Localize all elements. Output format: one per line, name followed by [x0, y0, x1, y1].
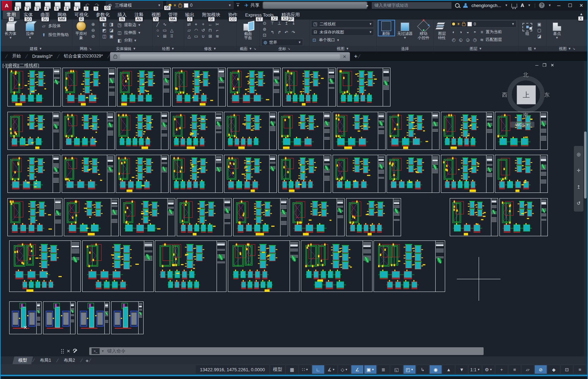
isodraft-toggle[interactable]: ◇▼ — [338, 365, 350, 374]
layer-tool-icon-1[interactable]: ◑ — [457, 29, 464, 35]
annotation-visibility-toggle[interactable]: ◉ — [430, 365, 442, 374]
mesh-icon-2[interactable]: ⊘ — [90, 33, 96, 39]
solid-edit-icon-3[interactable]: ◪ — [108, 27, 115, 33]
panel-label-selection[interactable]: 选择 — [377, 46, 433, 51]
snap-mode-toggle[interactable]: ∷▼ — [299, 365, 311, 374]
ribbon-tab-in[interactable]: 插入IN — [114, 11, 131, 19]
viewcube-south[interactable]: 南 — [523, 112, 528, 118]
draw-icon-3[interactable]: ○ — [154, 27, 161, 33]
chevron-down-icon[interactable]: ▼ — [548, 4, 551, 7]
viewport-config-button[interactable]: ⊡ 单个视口▼ — [311, 37, 340, 43]
navbar-tool-icon-1[interactable]: ✛ — [577, 168, 581, 173]
box-button[interactable]: 长方体▼ — [2, 20, 19, 39]
group-button[interactable]: 组 — [520, 20, 534, 36]
extrude-faces-button[interactable]: ◫ 拉伸面▼ — [116, 29, 141, 36]
qat-button-1[interactable]: 1 — [14, 1, 22, 10]
coord-icon-1[interactable]: ⊥ — [276, 20, 283, 26]
solid-edit-icon-4[interactable]: ◫ — [101, 33, 108, 39]
file-tab-window-file[interactable]: 铝合金窗20230329* — [60, 51, 107, 61]
modify-icon-2[interactable]: + — [200, 22, 206, 27]
tab-model[interactable]: 模型 — [12, 356, 33, 364]
culling-button[interactable]: 剔除 — [378, 20, 394, 36]
search-input[interactable]: 键入关键字或短语 — [372, 2, 451, 9]
panel-label-view[interactable]: 视图▼ — [309, 46, 376, 51]
coord-icon-0[interactable]: ⊤ — [269, 20, 275, 26]
extract-edges-button[interactable]: ◳ 提取边▼ — [116, 22, 141, 28]
annotation-icon-toggle[interactable]: ▼ — [456, 365, 468, 374]
qat-button-4[interactable]: 4 — [44, 1, 51, 10]
qat-button-3[interactable]: 3 — [34, 1, 42, 10]
section-plane-button[interactable]: 截面平面 — [239, 20, 257, 40]
modify-icon-5[interactable]: ▱ — [186, 27, 192, 33]
panel-label-section[interactable]: 截面▼↘ — [237, 46, 259, 51]
solid-edit-icon-5[interactable]: ▣ — [108, 33, 115, 39]
solid-edit-icon-2[interactable]: ◩ — [101, 27, 108, 33]
modify-icon-4[interactable]: ✂ — [214, 22, 220, 27]
maximize-button[interactable]: ☐ — [566, 3, 574, 8]
file-tab-start[interactable]: 开始 — [8, 51, 25, 61]
customize-wrench-icon[interactable] — [73, 349, 78, 354]
share-button[interactable]: ✈ 共享 — [244, 2, 260, 8]
ribbon-tab-so[interactable]: 实体SO — [20, 11, 37, 19]
viewcube-top-face[interactable]: 上 — [517, 85, 536, 104]
panel-label-mesh[interactable]: 网格↘ — [72, 46, 99, 51]
coord-icon-6[interactable]: ↶ — [283, 30, 290, 35]
app-store-cart-icon[interactable] — [511, 4, 517, 7]
fullscreen-toggle[interactable]: ⊡ — [561, 365, 573, 374]
panel-label-view2[interactable]: 视图▼↘ — [546, 46, 588, 51]
annotation-autoscale-toggle[interactable]: ▲ — [443, 365, 455, 374]
layer-tool-icon-4[interactable]: ≡ — [479, 29, 485, 35]
file-tab-active-redacted[interactable]: ✕ — [110, 52, 350, 61]
workspace-dropdown[interactable]: ⚙ 三维建模 ▼ 09 — [106, 1, 163, 9]
panel-label-modeling[interactable]: 建模▼ — [0, 46, 72, 51]
command-line[interactable]: >_ ▼ 键入命令 — [89, 347, 484, 355]
help-icon[interactable]: ? — [539, 2, 545, 8]
panel-label-coordinates[interactable]: 坐标↘ — [260, 46, 309, 51]
quick-properties-toggle[interactable]: ≡ — [509, 365, 521, 374]
ribbon-tab-o[interactable]: 输出O — [181, 11, 198, 19]
selection-filter-button[interactable]: 无过滤器▼ — [396, 20, 414, 39]
draw-icon-5[interactable]: △ — [169, 27, 175, 33]
drawing-minimize-button[interactable]: ─ — [535, 63, 539, 68]
dynamic-ucs-toggle[interactable]: ↳ — [417, 365, 429, 374]
modify-icon-13[interactable]: ⊞ — [207, 33, 213, 39]
draw-icon-4[interactable]: ▭ — [162, 27, 168, 33]
modify-icon-12[interactable]: ∪ — [200, 33, 206, 39]
3d-object-snap-toggle[interactable]: ◰▼ — [404, 365, 416, 374]
customization-toggle[interactable]: ≡ — [574, 365, 586, 374]
transparency-toggle[interactable]: ◱ — [390, 365, 402, 374]
modify-icon-6[interactable]: ◠ — [193, 27, 199, 33]
lineweight-toggle[interactable]: ≣ — [377, 365, 389, 374]
command-close-icon[interactable]: ✕ — [67, 349, 70, 354]
saved-view-dropdown[interactable]: ⊟ 未保存的视图 ▼ — [311, 29, 374, 36]
coord-left-icon-1[interactable]: ⊚ — [261, 26, 268, 32]
modify-icon-11[interactable]: ▭ — [193, 33, 199, 39]
group-icon-2[interactable]: ◪ — [536, 33, 542, 39]
polysolid-button[interactable]: ▱ 多段体 — [41, 23, 69, 29]
qat-button-6[interactable]: 6 — [63, 1, 71, 10]
graphics-performance-toggle[interactable]: ◆ — [548, 365, 560, 374]
solid-edit-icon-0[interactable]: ◧ — [101, 22, 108, 27]
ribbon-tab-vi[interactable]: 视图VI — [147, 11, 164, 19]
panel-label-group[interactable]: 组▼ — [519, 46, 546, 51]
group-icon-0[interactable]: ▣ — [536, 22, 542, 27]
ribbon-tab-su[interactable]: 曲面SU — [37, 11, 54, 19]
layer-tool2-icon-4[interactable]: ≋ — [479, 37, 485, 43]
minimize-button[interactable]: ─ — [555, 3, 563, 8]
ribbon-tab-co[interactable]: 协作CO — [224, 11, 241, 19]
new-tab-button[interactable]: + — [354, 53, 358, 60]
object-snap-toggle[interactable]: ▣▼ — [364, 365, 376, 374]
user-name[interactable]: chenglongch... — [471, 3, 501, 8]
smooth-object-button[interactable]: 平滑对象 — [74, 20, 88, 40]
draw-icon-7[interactable]: ⊞ — [162, 33, 168, 39]
layer-tool2-icon-1[interactable]: ◵ — [457, 37, 464, 43]
navbar-tool-icon-2[interactable]: ↥ — [577, 184, 581, 190]
ribbon-tab-gi[interactable]: 附加模块GI — [198, 11, 224, 19]
coord-left-icon-2[interactable]: ⊡ — [261, 32, 268, 38]
coord-icon-7[interactable]: ↷ — [290, 30, 297, 35]
viewport-controls[interactable]: [-][俯视][二维线框] — [2, 62, 39, 69]
viewcube-north[interactable]: 北 — [523, 72, 528, 78]
ucs-world-dropdown[interactable]: ◍ 世界 ▼ — [261, 39, 303, 46]
drawing-restore-button[interactable]: ❐ — [542, 63, 546, 68]
file-tab-drawing3[interactable]: Drawing3* — [28, 51, 57, 61]
